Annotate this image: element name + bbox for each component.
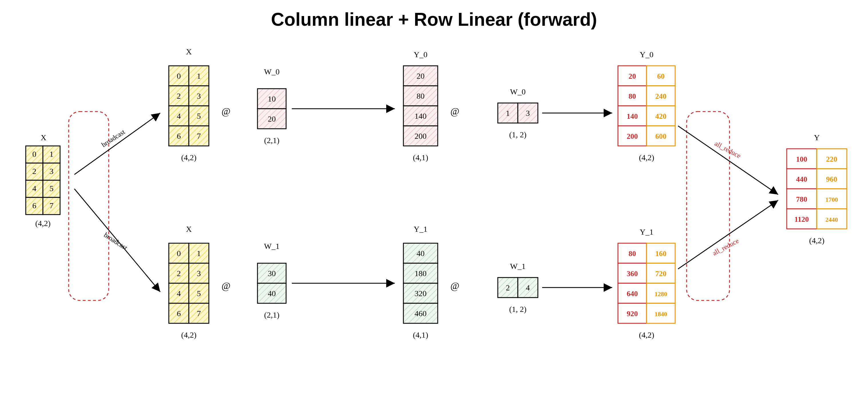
cell-value: 0 — [177, 249, 181, 258]
op-matmul: @ — [221, 280, 230, 291]
matrix-y0-col: Y_0 20 80 140 200 (4,1) — [403, 50, 438, 162]
matrix-y0-partial: Y_0 20 60 80 240 140 420 200 600 (4,2) — [618, 50, 675, 162]
cell-value: 4 — [526, 283, 530, 292]
cell-value: 4 — [32, 184, 36, 193]
cell-value: 2 — [506, 283, 510, 292]
cell-value: 3 — [50, 167, 54, 176]
cell-value: 6 — [177, 309, 181, 318]
matrix-label: X — [41, 133, 46, 142]
allreduce-label: all_reduce — [711, 237, 740, 257]
cell-value: 360 — [627, 270, 638, 278]
matrix-w1-col: W_1 30 40 (2,1) — [257, 242, 286, 319]
cell-value: 4 — [177, 112, 181, 121]
cell-value: 0 — [177, 71, 181, 81]
matrix-label: W_0 — [510, 87, 526, 96]
matrix-label: Y — [814, 133, 820, 142]
op-matmul: @ — [221, 106, 230, 117]
cell-value: 240 — [655, 92, 666, 100]
cell-value: 4 — [177, 289, 181, 298]
matrix-shape: (4,2) — [35, 219, 51, 228]
cell-value: 6 — [32, 201, 36, 210]
matrix-shape: (4,2) — [181, 330, 196, 339]
cell-value: 160 — [655, 250, 666, 258]
cell-value: 1120 — [795, 215, 809, 223]
op-matmul: @ — [450, 106, 459, 117]
cell-value: 80 — [628, 250, 636, 258]
matrix-x-bottom: X 0 1 2 3 4 5 6 7 (4,2) — [169, 225, 209, 339]
matrix-w0-col: W_0 10 20 (2,1) — [257, 67, 286, 145]
allreduce-box — [687, 112, 730, 300]
cell-value: 10 — [268, 94, 276, 103]
matrix-label: W_0 — [264, 67, 280, 76]
cell-value: 3 — [197, 269, 201, 278]
cell-value: 1840 — [655, 310, 667, 318]
matrix-shape: (4,2) — [639, 330, 654, 339]
cell-value: 200 — [627, 132, 638, 140]
page-title: Column linear + Row Linear (forward) — [271, 9, 597, 30]
cell-value: 460 — [414, 309, 427, 318]
cell-value: 200 — [414, 132, 427, 140]
matrix-label: Y_0 — [414, 50, 427, 59]
cell-value: 40 — [268, 289, 276, 298]
cell-value: 920 — [627, 310, 638, 318]
cell-value: 1 — [197, 71, 201, 81]
matrix-y1-col: Y_1 40 180 320 460 (4,1) — [403, 225, 438, 339]
matrix-shape: (1, 2) — [509, 305, 527, 314]
cell-value: 220 — [826, 155, 837, 163]
cell-value: 960 — [826, 175, 837, 183]
cell-value: 20 — [268, 115, 276, 123]
arrow-broadcast-top — [74, 113, 160, 175]
matrix-shape: (4,2) — [639, 153, 654, 162]
cell-value: 6 — [177, 132, 181, 140]
matrix-shape: (4,1) — [413, 153, 428, 162]
matrix-x-top: X 0 1 2 3 4 5 6 7 (4,2) — [169, 47, 209, 162]
cell-value: 180 — [414, 269, 427, 278]
matrix-label: W_1 — [264, 242, 280, 251]
cell-value: 20 — [416, 71, 425, 81]
cell-value: 5 — [197, 289, 201, 298]
matrix-shape: (4,2) — [181, 153, 196, 162]
cell-value: 1 — [50, 150, 54, 159]
cell-value: 3 — [526, 109, 530, 118]
broadcast-label: broadcast — [103, 231, 129, 252]
cell-value: 140 — [414, 112, 427, 121]
cell-value: 440 — [796, 175, 807, 183]
cell-value: 7 — [197, 132, 201, 140]
matrix-shape: (2,1) — [264, 310, 280, 319]
matrix-shape: (1, 2) — [509, 130, 527, 139]
op-matmul: @ — [450, 280, 459, 291]
cell-value: 80 — [628, 92, 636, 100]
matrix-label: Y_1 — [414, 225, 427, 233]
cell-value: 2440 — [825, 216, 838, 223]
cell-value: 640 — [627, 289, 638, 298]
matrix-shape: (4,2) — [809, 236, 825, 245]
allreduce-label: all_reduce — [714, 139, 742, 160]
cell-value: 1 — [506, 109, 510, 118]
cell-value: 780 — [796, 195, 807, 203]
cell-value: 320 — [414, 289, 427, 298]
matrix-w1-row: W_1 2 4 (1, 2) — [498, 262, 538, 314]
matrix-label: W_1 — [510, 262, 526, 271]
cell-value: 100 — [796, 155, 807, 163]
matrix-x-input: X 0 1 2 3 4 5 6 7 (4,2) — [26, 133, 60, 228]
cell-value: 30 — [268, 269, 276, 278]
cell-value: 600 — [655, 132, 666, 140]
matrix-y1-partial: Y_1 80 160 360 720 640 1280 920 1840 (4,… — [618, 227, 675, 339]
cell-value: 1280 — [655, 290, 667, 297]
cell-value: 2 — [177, 92, 181, 100]
cell-value: 2 — [32, 167, 36, 176]
cell-value: 80 — [416, 92, 425, 100]
arrow-allreduce-bot — [678, 200, 778, 269]
cell-value: 60 — [657, 72, 664, 81]
matrix-label: X — [186, 225, 192, 233]
matrix-label: Y_1 — [640, 227, 653, 236]
matrix-label: Y_0 — [640, 50, 653, 59]
cell-value: 40 — [416, 249, 425, 258]
cell-value: 0 — [32, 150, 36, 159]
matrix-label: X — [186, 47, 192, 56]
broadcast-label: broadcast — [100, 128, 126, 149]
cell-value: 1700 — [825, 196, 838, 203]
matrix-shape: (2,1) — [264, 136, 280, 145]
cell-value: 140 — [627, 112, 638, 121]
arrow-allreduce-top — [678, 126, 778, 195]
